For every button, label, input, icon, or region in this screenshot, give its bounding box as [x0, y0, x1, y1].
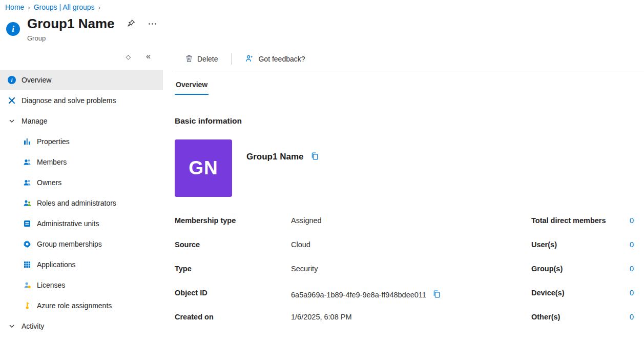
- stat-value-link[interactable]: 0: [630, 265, 634, 273]
- field-label: Type: [175, 264, 291, 273]
- sidebar-item-azure-role-assignments[interactable]: Azure role assignments: [0, 295, 163, 316]
- diagnose-icon: [7, 96, 16, 105]
- sidebar-item-licenses[interactable]: Licenses: [0, 275, 163, 295]
- sidebar-section-manage[interactable]: Manage: [0, 111, 163, 131]
- group-resource-icon: i: [6, 22, 20, 36]
- pin-button[interactable]: [126, 18, 136, 30]
- stat-value-link[interactable]: 0: [630, 289, 634, 297]
- field-label: Membership type: [175, 215, 291, 225]
- stat-row: Device(s) 0: [531, 288, 634, 297]
- admin-units-icon: [23, 219, 32, 228]
- resize-menu-icon[interactable]: [124, 52, 133, 62]
- sidebar-item-label: Properties: [37, 137, 70, 146]
- field-value: 1/6/2025, 6:08 PM: [291, 312, 531, 321]
- sidebar-item-label: Diagnose and solve problems: [22, 96, 116, 105]
- main-panel: Delete Got feedback? Overview: [163, 47, 644, 341]
- field-value: Security: [291, 264, 531, 273]
- gear-icon: [23, 239, 32, 249]
- sidebar-item-properties[interactable]: Properties: [0, 131, 163, 152]
- field-label: Created on: [175, 312, 291, 321]
- sidebar-section-activity[interactable]: Activity: [0, 316, 163, 336]
- collapse-menu-icon[interactable]: [144, 51, 153, 62]
- breadcrumb-home-link[interactable]: Home: [5, 3, 24, 11]
- people-icon: [23, 157, 32, 167]
- properties-icon: [23, 137, 32, 146]
- sidebar-item-applications[interactable]: Applications: [0, 254, 163, 275]
- more-options-button[interactable]: [148, 21, 157, 27]
- licenses-icon: [23, 280, 32, 290]
- group-identity: GN Group1 Name: [175, 139, 644, 197]
- sidebar-item-label: Administrative units: [37, 219, 99, 228]
- toolbar-divider: [231, 53, 232, 65]
- sidebar-item-members[interactable]: Members: [0, 152, 163, 172]
- delete-label: Delete: [197, 55, 218, 63]
- stat-row: User(s) 0: [531, 239, 634, 249]
- sidebar-item-administrative-units[interactable]: Administrative units: [0, 213, 163, 234]
- stat-row: Group(s) 0: [531, 264, 634, 273]
- page-header: i Group1 Name Group: [0, 11, 644, 47]
- stat-label: Group(s): [531, 265, 563, 273]
- roles-icon: [23, 198, 32, 208]
- field-value: Cloud: [291, 239, 531, 249]
- breadcrumb-separator: ›: [98, 4, 100, 11]
- feedback-icon: [245, 54, 254, 64]
- stat-row: Other(s) 0: [531, 312, 634, 321]
- stat-label: Device(s): [531, 289, 564, 297]
- stat-label: User(s): [531, 240, 557, 249]
- copy-icon: [310, 152, 319, 162]
- tab-overview[interactable]: Overview: [175, 81, 209, 95]
- sidebar-section-label: Manage: [22, 117, 48, 125]
- pin-icon: [127, 19, 135, 29]
- stat-row: Total direct members 0: [531, 215, 634, 225]
- field-value: Assigned: [291, 215, 531, 225]
- sidebar-item-owners[interactable]: Owners: [0, 172, 163, 193]
- sidebar: i Overview Diagnose and solve problems: [0, 47, 163, 341]
- sidebar-section-label: Activity: [22, 322, 44, 330]
- sidebar-item-label: Group memberships: [37, 240, 102, 248]
- copy-object-id-button[interactable]: [431, 289, 442, 301]
- stat-label: Total direct members: [531, 216, 606, 225]
- people-icon: [23, 178, 32, 187]
- copy-icon: [432, 290, 441, 300]
- feedback-button[interactable]: Got feedback?: [241, 51, 309, 67]
- basic-information-grid: Membership type Assigned Total direct me…: [175, 215, 644, 336]
- sidebar-item-label: Roles and administrators: [37, 199, 116, 207]
- field-value-object-id: 6a5a969a-1b89-4fe9-9e8a-ff948bdee011: [291, 288, 531, 301]
- sidebar-item-label: Owners: [37, 178, 61, 187]
- chevron-down-icon: [7, 322, 16, 331]
- sidebar-controls: [0, 47, 163, 66]
- section-title: Basic information: [175, 116, 644, 126]
- trash-icon: [185, 54, 193, 64]
- feedback-label: Got feedback?: [258, 55, 305, 63]
- group-avatar: GN: [175, 139, 232, 197]
- stat-value-link[interactable]: 0: [630, 216, 634, 225]
- sidebar-item-roles-administrators[interactable]: Roles and administrators: [0, 193, 163, 213]
- delete-button[interactable]: Delete: [181, 51, 222, 67]
- chevron-down-icon: [7, 116, 16, 126]
- breadcrumb: Home › Groups | All groups ›: [0, 0, 644, 11]
- copy-name-button[interactable]: [309, 151, 320, 163]
- resource-type-label: Group: [27, 34, 157, 42]
- sidebar-item-group-memberships[interactable]: Group memberships: [0, 234, 163, 254]
- stat-label: Other(s): [531, 313, 560, 321]
- sidebar-item-label: Members: [37, 158, 67, 166]
- tab-bar: Overview: [175, 81, 644, 95]
- sidebar-item-diagnose[interactable]: Diagnose and solve problems: [0, 90, 163, 111]
- breadcrumb-groups-link[interactable]: Groups | All groups: [34, 3, 95, 11]
- stat-value-link[interactable]: 0: [630, 313, 634, 321]
- sidebar-item-overview[interactable]: i Overview: [0, 70, 163, 90]
- group-overview-page: Home › Groups | All groups › i Group1 Na…: [0, 0, 644, 341]
- group-name: Group1 Name: [246, 152, 303, 162]
- command-bar: Delete Got feedback?: [175, 47, 644, 71]
- field-label: Source: [175, 239, 291, 249]
- sidebar-item-label: Licenses: [37, 281, 65, 289]
- sidebar-item-label: Azure role assignments: [37, 302, 112, 310]
- sidebar-item-label: Overview: [22, 76, 51, 84]
- info-icon: i: [7, 75, 16, 85]
- breadcrumb-separator: ›: [28, 4, 30, 11]
- sidebar-item-label: Applications: [37, 260, 76, 269]
- stat-value-link[interactable]: 0: [630, 240, 634, 249]
- grid-icon: [23, 260, 32, 269]
- page-title: Group1 Name: [27, 15, 115, 32]
- field-label: Object ID: [175, 288, 291, 297]
